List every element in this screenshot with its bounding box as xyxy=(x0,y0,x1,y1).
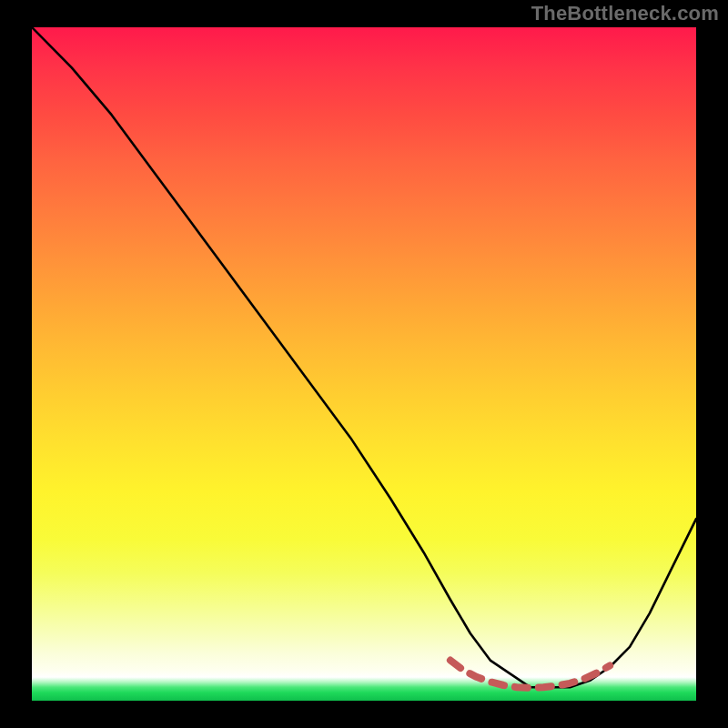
bottleneck-curve xyxy=(32,27,696,687)
chart-svg xyxy=(32,27,696,701)
plot-area xyxy=(32,27,696,701)
watermark-text: TheBottleneck.com xyxy=(531,2,719,25)
chart-frame: TheBottleneck.com xyxy=(0,0,728,728)
optimal-range-marker xyxy=(450,661,610,688)
